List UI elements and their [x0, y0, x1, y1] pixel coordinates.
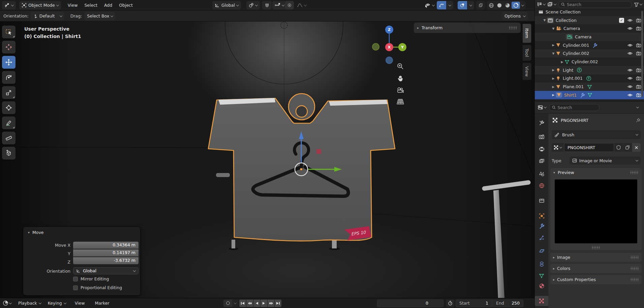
tab-world[interactable]: [535, 180, 548, 191]
play-reverse-button[interactable]: [253, 300, 260, 307]
transform-orientation-dropdown[interactable]: Global: [212, 1, 241, 9]
default-orientation-dropdown[interactable]: Default: [31, 12, 64, 20]
outliner-row-cylinder-002[interactable]: ▼ Cylinder.002: [535, 49, 644, 58]
cursor-tool[interactable]: [2, 41, 16, 54]
outliner-row-plane-001[interactable]: ▶ Plane.001: [535, 82, 644, 91]
proportional-falloff-dropdown[interactable]: [295, 1, 309, 9]
outliner-row-light-001[interactable]: ▶ Light.001: [535, 74, 644, 83]
camera-view-icon[interactable]: [396, 87, 404, 94]
hide-eye-icon[interactable]: [627, 84, 633, 89]
tab-particles[interactable]: [535, 233, 548, 243]
axis-neg-z-ball[interactable]: [386, 57, 393, 64]
add-cube-tool[interactable]: [2, 147, 16, 160]
outliner-display-mode-button[interactable]: [547, 2, 556, 7]
id-name-field[interactable]: PNGONSHIRT: [564, 143, 614, 152]
3d-viewport[interactable]: EPS 10 User Perspective (0) Collection |…: [0, 22, 534, 298]
duplicate-datablock-button[interactable]: [623, 143, 632, 152]
render-visibility-icon[interactable]: [636, 93, 641, 97]
render-visibility-icon[interactable]: [636, 26, 641, 31]
outliner-row-camera-object[interactable]: ▼ Camera: [535, 24, 644, 33]
shading-material-button[interactable]: [503, 3, 511, 8]
properties-options-chevron[interactable]: [636, 105, 639, 108]
prev-keyframe-button[interactable]: [246, 300, 253, 307]
show-overlays-toggle[interactable]: [458, 1, 467, 9]
brush-selector[interactable]: Brush: [552, 130, 641, 139]
shading-dropdown[interactable]: [521, 3, 524, 6]
hide-eye-icon[interactable]: [627, 43, 633, 47]
collapse-arrow[interactable]: ▼: [551, 27, 556, 30]
menu-keying[interactable]: Keying: [44, 299, 69, 307]
tab-collection-props[interactable]: [535, 196, 548, 206]
render-visibility-icon[interactable]: [636, 84, 641, 89]
overlays-dropdown[interactable]: [467, 1, 474, 9]
collapse-arrow[interactable]: ▶: [551, 68, 556, 72]
proportional-editing-toggle[interactable]: [285, 1, 294, 9]
tab-view-layer[interactable]: [535, 156, 548, 166]
outliner-row-camera-data[interactable]: Camera: [535, 33, 644, 41]
tab-object-data[interactable]: [535, 271, 548, 281]
panel-resize-grip[interactable]: [591, 246, 600, 249]
tab-render[interactable]: [535, 132, 548, 142]
collapse-arrow[interactable]: ▶: [551, 43, 556, 47]
keying-dropdown[interactable]: [232, 300, 238, 307]
navigation-gizmo[interactable]: Z X Y: [371, 24, 411, 68]
annotate-tool[interactable]: [2, 116, 16, 129]
axis-x-ball[interactable]: X: [385, 43, 393, 51]
hide-eye-icon[interactable]: [627, 26, 633, 31]
outliner-row-cylinder-001[interactable]: ▶ Cylinder.001: [535, 41, 644, 49]
hide-eye-icon[interactable]: [627, 93, 633, 97]
unlink-datablock-button[interactable]: [632, 143, 641, 152]
pivot-point-dropdown[interactable]: [246, 1, 260, 9]
properties-search[interactable]: [549, 104, 600, 111]
grid-floor-icon[interactable]: [396, 98, 404, 105]
collapse-arrow[interactable]: ▶: [551, 93, 556, 97]
axis-neg-y-ball[interactable]: [372, 43, 379, 50]
transform-panel-header[interactable]: ▸ Transform: [414, 23, 521, 33]
sidebar-tab-item[interactable]: Item: [523, 24, 531, 43]
start-frame-field[interactable]: Start 1: [456, 300, 492, 307]
render-visibility-icon[interactable]: [636, 43, 641, 47]
tab-material[interactable]: [535, 281, 548, 291]
panel-grip[interactable]: [630, 267, 639, 270]
zoom-icon[interactable]: [397, 63, 404, 70]
mode-dropdown[interactable]: Object Mode: [19, 1, 61, 9]
gizmo-dropdown[interactable]: [447, 1, 453, 9]
tab-constraints[interactable]: [535, 259, 548, 269]
mirror-editing-checkbox[interactable]: [73, 277, 78, 281]
timeline-editor-type-button[interactable]: [3, 300, 11, 306]
colors-panel-header[interactable]: ▸Colors: [550, 264, 642, 273]
axis-y-ball[interactable]: Y: [398, 43, 406, 51]
hide-eye-icon[interactable]: [627, 51, 633, 56]
shading-rendered-button[interactable]: [512, 2, 520, 9]
render-visibility-icon[interactable]: [636, 68, 641, 72]
menu-playback[interactable]: Playback: [15, 299, 44, 307]
auto-keying-toggle[interactable]: [223, 300, 232, 307]
move-y-field[interactable]: 0.14197 m: [73, 249, 139, 256]
tab-physics[interactable]: [535, 246, 548, 256]
drag-mode-dropdown[interactable]: Select Box: [85, 12, 115, 20]
jump-to-end-button[interactable]: [275, 300, 281, 307]
move-z-field[interactable]: -3.6732 m: [73, 257, 139, 264]
panel-grip[interactable]: [630, 278, 639, 281]
outliner-row-cylinder-002-data[interactable]: ▶ Cylinder.002: [535, 58, 644, 66]
properties-search-input[interactable]: [558, 105, 597, 110]
outliner-row-shirt1[interactable]: ▶ Shirt1: [535, 91, 644, 99]
fake-user-button[interactable]: [614, 143, 623, 152]
outliner-editor-type-button[interactable]: [537, 2, 545, 7]
sidebar-tab-tool[interactable]: Tool: [523, 45, 531, 61]
proportional-editing-checkbox[interactable]: [73, 285, 78, 290]
menu-add[interactable]: Add: [101, 1, 116, 9]
play-button[interactable]: [260, 300, 267, 307]
shading-wireframe-button[interactable]: [487, 3, 495, 8]
menu-timeline-view[interactable]: View: [71, 299, 88, 307]
move-x-field[interactable]: 0.34364 m: [73, 242, 139, 249]
hide-eye-icon[interactable]: [627, 18, 633, 23]
shading-solid-button[interactable]: [495, 3, 503, 8]
xray-toggle[interactable]: [476, 1, 485, 9]
render-visibility-icon[interactable]: [636, 18, 641, 23]
outliner-search[interactable]: [558, 1, 632, 8]
tab-modifiers[interactable]: [535, 221, 548, 231]
tab-scene[interactable]: [535, 169, 548, 179]
current-frame-field[interactable]: 0: [377, 300, 443, 307]
show-gizmo-toggle[interactable]: [437, 1, 446, 9]
